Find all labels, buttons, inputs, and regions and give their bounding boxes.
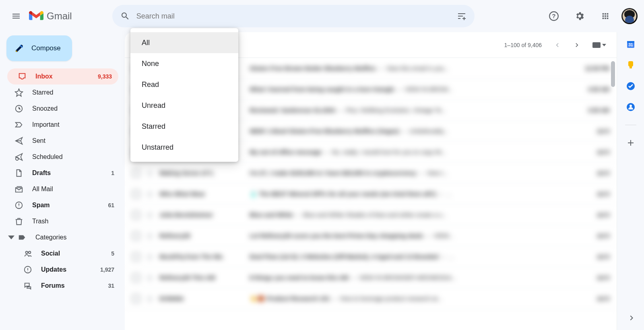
sidebar-category-forums[interactable]: Forums 31 [13,278,121,294]
sidebar-item-count: 1 [111,170,114,176]
select-menu-all[interactable]: All [130,32,238,53]
email-date: Jul 9 [577,295,609,302]
allmail-icon [14,185,23,194]
email-sender: Who What Wear [159,190,244,197]
email-subject: 8 things you need to know this AM – VIEW… [250,274,572,281]
calendar-icon[interactable]: 31 [626,39,636,49]
tasks-icon[interactable] [626,81,636,91]
apps-button[interactable] [596,6,615,26]
header-right: ? [544,6,638,26]
sidebar-item-drafts[interactable]: Drafts 1 [4,165,121,181]
sidebar-categories-toggle[interactable]: Categories [4,229,125,245]
gear-icon [574,11,585,21]
input-tools-button[interactable] [589,42,609,48]
sidebar-item-snoozed[interactable]: Snoozed [4,101,121,117]
email-sender: Refinery29 [159,232,244,239]
sidebar-item-scheduled[interactable]: Scheduled [4,149,121,165]
compose-label: Compose [31,44,61,52]
email-row[interactable]: Dribbble 👋🏀 Product Research 101 – How t… [125,288,617,309]
email-date: Jul 9 [577,191,609,197]
older-button[interactable] [569,37,585,53]
email-checkbox[interactable] [132,190,140,198]
keep-icon[interactable] [626,60,636,70]
sidebar-category-social[interactable]: Social 5 [13,245,121,262]
email-date: 3:00 AM [577,107,609,113]
email-row[interactable]: Julia Berolzheimer Blue and White – Blue… [125,204,617,225]
star-icon[interactable] [146,274,154,282]
sidebar-item-count: 31 [108,283,114,289]
sidebar-item-trash[interactable]: Trash [4,213,121,229]
select-menu-unstarred[interactable]: Unstarred [130,137,238,158]
email-date: Jul 9 [577,212,609,218]
hamburger-icon [11,11,21,21]
select-menu-starred[interactable]: Starred [130,116,238,137]
email-date: Jul 9 [577,149,609,155]
sidebar-item-important[interactable]: Important [4,117,121,133]
email-subject: Reviewed: Sanbrenzo SL100A – Plus: Refit… [250,107,572,113]
hide-side-panel-button[interactable] [627,313,637,323]
star-icon[interactable] [146,190,154,198]
main: Compose Inbox 9,333 Starred Snoozed Impo… [0,32,644,330]
svg-text:31: 31 [628,43,633,47]
email-sender: Making Sense of C. [159,169,244,176]
email-row[interactable]: Refinery29 This AM 8 things you need to … [125,267,617,288]
email-date: 4:00 AM [577,86,609,93]
account-avatar[interactable] [621,8,638,24]
select-menu-read[interactable]: Read [130,74,238,95]
sidebar-category-updates[interactable]: Updates 1,927 [13,262,121,278]
email-checkbox[interactable] [132,232,140,240]
add-addon-button[interactable] [626,138,636,148]
search-input[interactable] [136,12,450,21]
help-icon: ? [549,11,559,21]
apps-grid-icon [601,12,610,21]
star-icon[interactable] [146,232,154,240]
email-subject: 🧴 The BEST Mineral SPFs for all your nee… [250,190,572,198]
select-menu-unread[interactable]: Unread [130,95,238,116]
email-checkbox[interactable] [132,211,140,219]
email-sender: Julia Berolzheimer [159,211,244,218]
sidebar-item-starred[interactable]: Starred [4,85,121,101]
email-date: Jul 9 [577,128,609,134]
email-sender: MushFiq from The We. [159,253,244,260]
email-checkbox[interactable] [132,253,140,261]
chevron-left-icon [553,41,561,49]
spam-icon [14,201,23,210]
email-row[interactable]: MushFiq from The We. Deal Flow (Jul 6): … [125,246,617,267]
search-bar[interactable] [112,5,475,27]
sidebar-item-spam[interactable]: Spam 61 [4,197,121,213]
email-sender: Dribbble [159,295,244,302]
email-row[interactable]: Who What Wear 🧴 The BEST Mineral SPFs fo… [125,184,617,204]
toolbar-right: 1–100 of 9,406 [504,37,609,53]
email-row[interactable]: Making Sense of C. I'm 27, I make $105,0… [125,163,617,184]
sidebar-item-sent[interactable]: Sent [4,133,121,149]
email-row[interactable]: Refinery29 Let Refinery29 score you the … [125,225,617,246]
select-menu-none[interactable]: None [130,53,238,74]
sidebar-item-inbox[interactable]: Inbox 9,333 [7,68,118,85]
email-date: Jul 9 [577,254,609,260]
sidebar-item-label: Snoozed [32,105,105,112]
settings-button[interactable] [570,6,589,26]
gmail-logo[interactable]: Gmail [29,10,72,22]
sidebar-item-label: All Mail [32,186,105,193]
search-options-icon[interactable] [457,11,466,21]
star-icon[interactable] [146,253,154,261]
newer-button[interactable] [549,37,565,53]
star-icon[interactable] [146,169,154,177]
compose-button[interactable]: Compose [6,35,72,61]
email-checkbox[interactable] [132,169,140,177]
side-panel: 31 [617,32,644,330]
support-button[interactable]: ? [544,6,564,26]
contacts-icon[interactable] [626,102,636,112]
sidebar-item-label: Spam [32,202,99,209]
sidebar-item-all-mail[interactable]: All Mail [4,181,121,197]
email-subject: Gluten Free Brown Butter Blueberry Muffi… [250,65,572,72]
star-icon[interactable] [146,295,154,303]
star-icon[interactable] [146,211,154,219]
email-subject: 👋🏀 Product Research 101 – How to leverag… [250,295,572,302]
main-menu-button[interactable] [6,6,26,26]
scrollbar-thumb[interactable] [611,61,615,87]
email-checkbox[interactable] [132,295,140,303]
email-subject: Deal Flow (Jul 6): 2 Websites (Off-Marke… [250,253,572,260]
inbox-icon [18,72,27,81]
email-checkbox[interactable] [132,274,140,282]
